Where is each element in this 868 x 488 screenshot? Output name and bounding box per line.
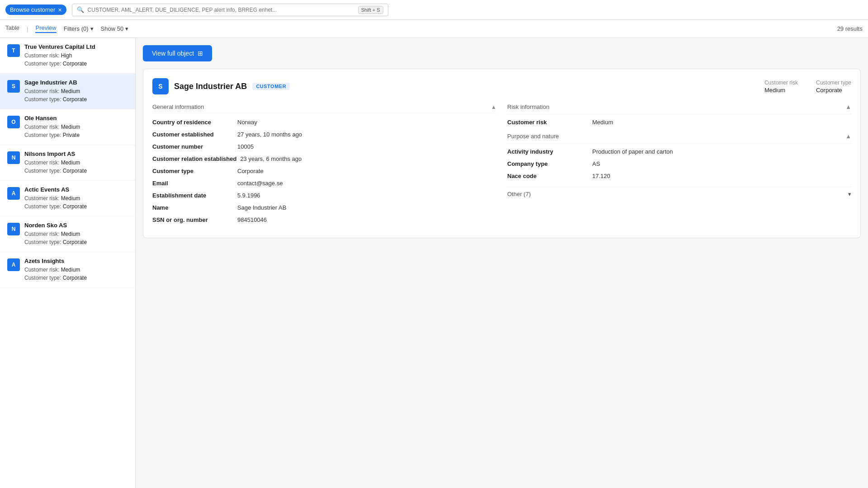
field-value: contact@sage.se bbox=[237, 180, 283, 187]
show-label: Show 50 bbox=[101, 25, 124, 32]
filter-chevron-icon: ▾ bbox=[90, 25, 94, 32]
field-value: 10005 bbox=[237, 143, 254, 150]
activity-industry-value: Production of paper and carton bbox=[592, 148, 673, 155]
general-info-fields: Country of residence Norway Customer est… bbox=[152, 119, 496, 223]
customer-name: Azets Insights bbox=[24, 258, 128, 264]
risk-value: Medium bbox=[61, 267, 80, 273]
type-value: Corporate bbox=[63, 239, 87, 245]
customer-badge: CUSTOMER bbox=[252, 83, 290, 90]
risk-value: Medium bbox=[61, 195, 80, 202]
field-label: Email bbox=[152, 180, 234, 187]
purpose-chevron-icon[interactable]: ▲ bbox=[845, 133, 851, 140]
top-bar: Browse customer × 🔍 Shift + S bbox=[0, 0, 868, 20]
search-bar: 🔍 Shift + S bbox=[72, 4, 388, 16]
customer-meta: Customer risk: Medium Customer type: Cor… bbox=[24, 230, 128, 246]
risk-value: Medium bbox=[61, 124, 80, 130]
general-info-title: General information bbox=[152, 103, 204, 110]
field-label: Customer established bbox=[152, 131, 234, 138]
field-value: 23 years, 6 months ago bbox=[240, 155, 302, 162]
tab-table[interactable]: Table bbox=[5, 24, 19, 33]
field-label: Customer number bbox=[152, 143, 234, 150]
detail-card: S Sage Industrier AB CUSTOMER Customer r… bbox=[143, 69, 861, 238]
customer-avatar: N bbox=[7, 223, 20, 235]
results-count: 29 results bbox=[837, 25, 863, 32]
detail-header: S Sage Industrier AB CUSTOMER Customer r… bbox=[152, 78, 851, 94]
shortcut-badge: Shift + S bbox=[358, 6, 383, 14]
detail-avatar: S bbox=[152, 78, 169, 94]
detail-meta-right: Customer risk Medium Customer type Corpo… bbox=[764, 80, 851, 94]
purpose-nature-header: Purpose and nature ▲ bbox=[507, 133, 851, 144]
customer-avatar: A bbox=[7, 187, 20, 200]
company-type-row: Company type AS bbox=[507, 160, 851, 167]
type-value: Corporate bbox=[63, 168, 87, 174]
customer-avatar: A bbox=[7, 258, 20, 271]
customer-risk-group: Customer risk Medium bbox=[764, 80, 798, 94]
customer-list-item[interactable]: O Ole Hansen Customer risk: Medium Custo… bbox=[0, 109, 135, 145]
customer-info: Actic Events AS Customer risk: Medium Cu… bbox=[24, 186, 128, 211]
customer-avatar: T bbox=[7, 44, 20, 57]
customer-info: Azets Insights Customer risk: Medium Cus… bbox=[24, 258, 128, 282]
customer-risk-row: Customer risk Medium bbox=[507, 119, 851, 126]
view-full-object-button[interactable]: View full object ⊞ bbox=[143, 45, 212, 61]
customer-name: Norden Sko AS bbox=[24, 222, 128, 229]
customer-name: True Ventures Capital Ltd bbox=[24, 43, 128, 50]
customer-list: T True Ventures Capital Ltd Customer ris… bbox=[0, 38, 136, 488]
customer-list-item[interactable]: T True Ventures Capital Ltd Customer ris… bbox=[0, 38, 135, 74]
main-layout: T True Ventures Capital Ltd Customer ris… bbox=[0, 38, 868, 488]
filters-button[interactable]: Filters (0) ▾ bbox=[64, 25, 94, 32]
close-tab-icon[interactable]: × bbox=[58, 7, 61, 13]
field-value: Corporate bbox=[237, 168, 264, 174]
info-row: Customer relation established 23 years, … bbox=[152, 155, 496, 162]
divider: | bbox=[27, 25, 28, 32]
detail-company-name: Sage Industrier AB bbox=[174, 82, 247, 91]
detail-body: General information ▲ Country of residen… bbox=[152, 103, 851, 229]
purpose-nature-section: Purpose and nature ▲ Activity industry P… bbox=[507, 133, 851, 179]
customer-type-group: Customer type Corporate bbox=[816, 80, 851, 94]
risk-info-header: Risk information ▲ bbox=[507, 103, 851, 114]
customer-meta: Customer risk: Medium Customer type: Cor… bbox=[24, 194, 128, 211]
customer-risk-label: Customer risk bbox=[764, 80, 798, 86]
customer-name: Sage Industrier AB bbox=[24, 79, 128, 86]
customer-list-item[interactable]: A Actic Events AS Customer risk: Medium … bbox=[0, 181, 135, 216]
customer-avatar: N bbox=[7, 151, 20, 164]
show-chevron-icon: ▾ bbox=[125, 25, 128, 32]
other-section-toggle[interactable]: Other (7) ▾ bbox=[507, 187, 851, 201]
risk-info-section: Risk information ▲ Customer risk Medium … bbox=[507, 103, 851, 229]
company-type-value: AS bbox=[592, 160, 600, 167]
risk-value: Medium bbox=[61, 231, 80, 237]
customer-meta: Customer risk: Medium Customer type: Pri… bbox=[24, 123, 128, 139]
customer-risk-value: Medium bbox=[764, 87, 798, 94]
field-value: Norway bbox=[237, 119, 257, 126]
nace-code-row: Nace code 17.120 bbox=[507, 173, 851, 179]
show-button[interactable]: Show 50 ▾ bbox=[101, 25, 129, 32]
risk-info-chevron-icon[interactable]: ▲ bbox=[845, 103, 851, 110]
type-value: Private bbox=[63, 132, 80, 138]
activity-industry-row: Activity industry Production of paper an… bbox=[507, 148, 851, 155]
purpose-nature-title: Purpose and nature bbox=[507, 133, 559, 140]
risk-value: Medium bbox=[61, 88, 80, 94]
info-row: Customer number 10005 bbox=[152, 143, 496, 150]
sub-bar: Table | Preview Filters (0) ▾ Show 50 ▾ … bbox=[0, 20, 868, 38]
search-input[interactable] bbox=[88, 7, 354, 13]
view-object-icon: ⊞ bbox=[198, 50, 203, 57]
customer-list-item[interactable]: A Azets Insights Customer risk: Medium C… bbox=[0, 252, 135, 288]
customer-name: Actic Events AS bbox=[24, 186, 128, 193]
customer-meta: Customer risk: Medium Customer type: Cor… bbox=[24, 87, 128, 103]
info-row: SSN or org. number 984510046 bbox=[152, 216, 496, 223]
info-row: Establishment date 5.9.1996 bbox=[152, 192, 496, 199]
field-value: 5.9.1996 bbox=[237, 192, 260, 199]
info-row: Customer type Corporate bbox=[152, 168, 496, 174]
customer-name: Nilsons Import AS bbox=[24, 150, 128, 157]
customer-type-value: Corporate bbox=[816, 87, 851, 94]
nace-code-value: 17.120 bbox=[592, 173, 610, 179]
customer-type-label: Customer type bbox=[816, 80, 851, 86]
general-info-section: General information ▲ Country of residen… bbox=[152, 103, 496, 229]
general-info-chevron-icon[interactable]: ▲ bbox=[491, 104, 496, 110]
customer-list-item[interactable]: S Sage Industrier AB Customer risk: Medi… bbox=[0, 74, 135, 109]
customer-list-item[interactable]: N Norden Sko AS Customer risk: Medium Cu… bbox=[0, 216, 135, 252]
field-label: Customer type bbox=[152, 168, 234, 174]
browse-customer-tab[interactable]: Browse customer × bbox=[5, 5, 66, 15]
tab-preview[interactable]: Preview bbox=[35, 24, 56, 33]
nace-code-label: Nace code bbox=[507, 173, 589, 179]
customer-list-item[interactable]: N Nilsons Import AS Customer risk: Mediu… bbox=[0, 145, 135, 181]
